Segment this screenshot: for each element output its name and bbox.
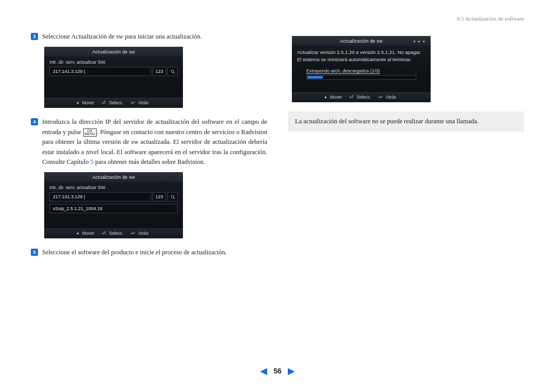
ss-b-input-row: 217.141.3.129 | 123: [49, 192, 178, 201]
move-hint: ♦ Mover: [77, 231, 96, 236]
step-4-badge: 4: [31, 118, 38, 125]
svg-point-0: [171, 70, 174, 72]
move-hint: ♦ Mover: [77, 100, 96, 105]
ss-a-footer: ♦ Mover ⏎ Selecc. ↩ Atrás: [44, 98, 183, 108]
back-hint: ↩ Atrás: [131, 231, 151, 236]
move-hint: ♦ Mover: [324, 95, 344, 100]
ss-a-input-row: 217.141.3.129 | 123: [49, 67, 178, 76]
search-icon[interactable]: [168, 67, 178, 76]
ss-c-progress: Extrayendo arch. descargados (1/3): [306, 68, 416, 80]
ss-a-mode-indicator: 123: [153, 67, 166, 76]
search-icon[interactable]: [168, 192, 178, 201]
select-hint: ⏎ Selecc.: [102, 100, 125, 105]
ok-menu-icon: OKMENU: [83, 128, 97, 137]
step-4-text: Introduzca la dirección IP del servidor …: [42, 117, 267, 167]
step-5: 5 Seleccione el software del producto e …: [31, 248, 267, 257]
section-header-text: 6.5 Actualización de software: [457, 15, 524, 22]
note-text: La actualización del software no se pued…: [295, 118, 478, 125]
right-column: Actualización de sw ● ● ● Actualizar ver…: [288, 32, 524, 263]
step-4: 4 Introduzca la dirección IP del servido…: [31, 117, 267, 167]
step-5-badge: 5: [31, 249, 38, 256]
screenshot-sw-update-list: Actualización de sw Intr. dir. serv. act…: [44, 172, 183, 238]
back-hint: ↩ Atrás: [131, 100, 151, 105]
ss-a-label: Intr. dir. serv. actualizar SW.: [49, 60, 178, 65]
ss-a-ip-field[interactable]: 217.141.3.129 |: [49, 67, 151, 76]
ss-b-label: Intr. dir. serv. actualizar SW.: [49, 185, 178, 190]
ss-c-progress-bar: [306, 75, 416, 80]
ss-c-dots-icon: ● ● ●: [413, 39, 425, 44]
svg-point-2: [171, 195, 174, 198]
back-hint: ↩ Atrás: [379, 95, 398, 100]
pager: ◀ 56 ▶: [260, 365, 295, 377]
screenshot-sw-update-progress: Actualización de sw ● ● ● Actualizar ver…: [292, 36, 431, 102]
select-hint: ⏎ Selecc.: [102, 231, 125, 236]
note-box: La actualización del software no se pued…: [288, 111, 524, 132]
step-3-text: Seleccione Actualización de sw para inic…: [42, 32, 202, 42]
ss-b-footer: ♦ Mover ⏎ Selecc. ↩ Atrás: [44, 228, 183, 238]
step-3-badge: 3: [31, 33, 38, 40]
section-header: 6.5 Actualización de software: [31, 15, 524, 22]
content-columns: 3 Seleccione Actualización de sw para in…: [31, 32, 524, 263]
left-column: 3 Seleccione Actualización de sw para in…: [31, 32, 267, 263]
ss-a-title: Actualización de sw: [44, 47, 183, 57]
select-hint: ⏎ Selecc.: [349, 95, 373, 100]
ss-c-title: Actualización de sw: [292, 36, 431, 46]
ss-c-message: Actualizar versión 2.5.1.20 a versión 2.…: [297, 49, 425, 63]
ss-a-body: Intr. dir. serv. actualizar SW. 217.141.…: [44, 57, 183, 98]
ss-b-ip-field[interactable]: 217.141.3.129 |: [49, 192, 151, 201]
step-5-text: Seleccione el software del producto e in…: [42, 248, 227, 257]
ss-b-mode-indicator: 123: [153, 192, 166, 201]
ss-b-body: Intr. dir. serv. actualizar SW. 217.141.…: [44, 182, 183, 228]
screenshot-sw-update-entry: Actualización de sw Intr. dir. serv. act…: [44, 47, 183, 108]
svg-line-1: [173, 72, 174, 73]
page-number: 56: [273, 367, 282, 375]
ss-c-body: Actualizar versión 2.5.1.20 a versión 2.…: [292, 46, 431, 92]
ss-c-footer: ♦ Mover ⏎ Selecc. ↩ Atrás: [292, 92, 431, 102]
next-page-icon[interactable]: ▶: [288, 365, 295, 377]
ss-b-title: Actualización de sw: [44, 172, 183, 182]
svg-line-3: [173, 197, 174, 198]
prev-page-icon[interactable]: ◀: [260, 365, 267, 377]
step-3: 3 Seleccione Actualización de sw para in…: [31, 32, 267, 42]
ss-c-progress-label: Extrayendo arch. descargados (1/3): [306, 68, 416, 73]
ss-b-version-item[interactable]: v2oip_2.5.1.21_1004.18: [49, 204, 178, 213]
